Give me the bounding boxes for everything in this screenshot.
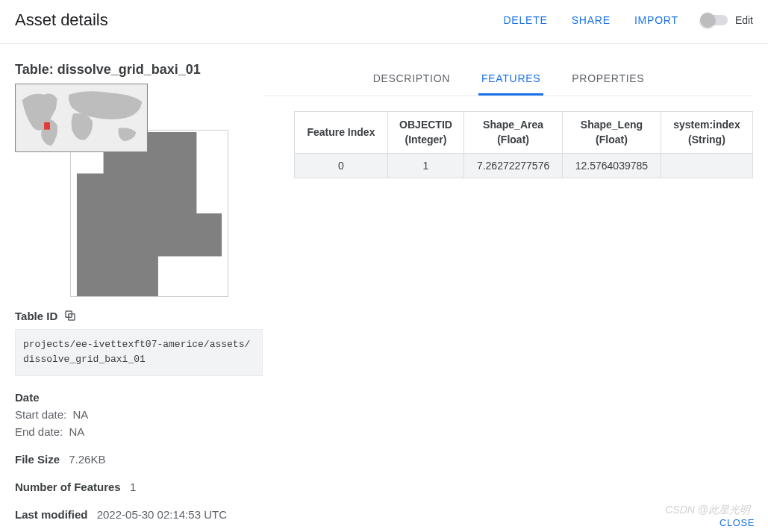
table-id-section: Table ID projects/ee-ivettexft07-americe… bbox=[15, 309, 275, 376]
cell-shape-area: 7.26272277576 bbox=[464, 154, 563, 178]
body: Table: dissolve_grid_baxi_01 bbox=[0, 44, 768, 528]
tabs: DESCRIPTION FEATURES PROPERTIES bbox=[264, 62, 753, 96]
delete-button[interactable]: DELETE bbox=[503, 14, 547, 26]
table-row[interactable]: 0 1 7.26272277576 12.5764039785 bbox=[295, 154, 753, 178]
date-section: Date Start date: NA End date: NA bbox=[15, 391, 275, 438]
date-label: Date bbox=[15, 391, 275, 404]
col-feature-index: Feature Index bbox=[295, 112, 388, 154]
cell-idx: 0 bbox=[295, 154, 388, 178]
cell-shape-leng: 12.5764039785 bbox=[563, 154, 661, 178]
table-header-row: Feature Index OBJECTID (Integer) Shape_A… bbox=[295, 112, 753, 154]
close-button[interactable]: CLOSE bbox=[719, 517, 755, 528]
tab-features[interactable]: FEATURES bbox=[478, 62, 543, 96]
num-features-label: Number of Features bbox=[15, 481, 121, 493]
start-date-row: Start date: NA bbox=[15, 408, 275, 421]
edit-toggle-wrap: Edit bbox=[702, 14, 753, 26]
header-actions: DELETE SHARE IMPORT Edit bbox=[503, 14, 753, 26]
edit-toggle[interactable] bbox=[702, 15, 728, 25]
footer: CLOSE bbox=[719, 516, 755, 529]
col-shape-leng: Shape_Leng (Float) bbox=[563, 112, 661, 154]
num-features-value: 1 bbox=[130, 481, 136, 493]
last-modified-label: Last modified bbox=[15, 508, 88, 521]
world-map-thumbnail bbox=[15, 84, 148, 152]
table-title: Table: dissolve_grid_baxi_01 bbox=[15, 62, 275, 78]
map-preview bbox=[15, 84, 263, 297]
start-date-value: NA bbox=[72, 408, 88, 421]
num-features-row: Number of Features 1 bbox=[15, 481, 275, 493]
start-date-label: Start date: bbox=[15, 408, 66, 421]
feature-shape-thumbnail bbox=[70, 130, 228, 297]
copy-icon[interactable] bbox=[63, 309, 77, 322]
end-date-label: End date: bbox=[15, 425, 63, 438]
edit-toggle-label: Edit bbox=[735, 14, 753, 26]
end-date-value: NA bbox=[69, 425, 84, 438]
share-button[interactable]: SHARE bbox=[572, 14, 611, 26]
table-id-value[interactable]: projects/ee-ivettexft07-americe/assets/d… bbox=[15, 329, 263, 377]
tab-properties[interactable]: PROPERTIES bbox=[569, 62, 647, 96]
header: Asset details DELETE SHARE IMPORT Edit bbox=[0, 0, 768, 44]
cell-objectid: 1 bbox=[387, 154, 463, 178]
col-system-index: system:index (String) bbox=[661, 112, 752, 154]
right-panel: DESCRIPTION FEATURES PROPERTIES Feature … bbox=[275, 62, 753, 521]
page-title: Asset details bbox=[15, 10, 108, 30]
svg-marker-2 bbox=[77, 132, 222, 296]
svg-rect-1 bbox=[44, 122, 50, 130]
table-id-label: Table ID bbox=[15, 309, 77, 322]
last-modified-row: Last modified 2022-05-30 02:14:53 UTC bbox=[15, 508, 275, 521]
tab-description[interactable]: DESCRIPTION bbox=[370, 62, 453, 96]
left-panel: Table: dissolve_grid_baxi_01 bbox=[15, 62, 275, 521]
file-size-row: File Size 7.26KB bbox=[15, 453, 275, 466]
file-size-label: File Size bbox=[15, 453, 60, 466]
import-button[interactable]: IMPORT bbox=[634, 14, 678, 26]
col-objectid: OBJECTID (Integer) bbox=[387, 112, 463, 154]
col-shape-area: Shape_Area (Float) bbox=[464, 112, 563, 154]
last-modified-value: 2022-05-30 02:14:53 UTC bbox=[97, 508, 227, 521]
features-table: Feature Index OBJECTID (Integer) Shape_A… bbox=[294, 111, 753, 178]
file-size-value: 7.26KB bbox=[69, 453, 105, 466]
cell-sysindex bbox=[661, 154, 752, 178]
end-date-row: End date: NA bbox=[15, 425, 275, 438]
